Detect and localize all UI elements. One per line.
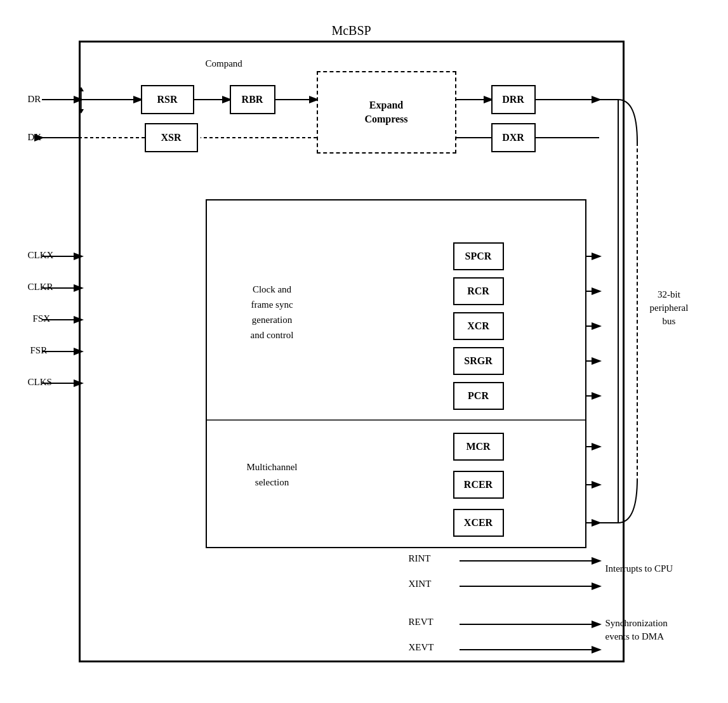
dxr-box: DXR — [491, 123, 536, 152]
clkx-label: CLKX — [28, 250, 54, 261]
mcbsp-diagram: McBSP — [28, 15, 701, 688]
compand-label: Compand — [206, 58, 242, 69]
fsx-label: FSX — [33, 313, 51, 324]
xsr-box: XSR — [145, 123, 198, 152]
xcr-box: XCR — [453, 312, 504, 340]
sync-label: Synchronizationevents to DMA — [606, 617, 729, 643]
compand-box: Expand Compress — [317, 71, 456, 154]
multichannel-section-label: Multichannelselection — [215, 459, 329, 490]
expand-label: Expand — [369, 100, 403, 111]
clkr-label: CLKR — [28, 282, 53, 292]
xcer-box: XCER — [453, 509, 504, 537]
xint-label: XINT — [409, 579, 432, 589]
rcr-box: RCR — [453, 277, 504, 305]
mcr-box: MCR — [453, 433, 504, 461]
clks-label: CLKS — [28, 377, 52, 388]
rbr-box: RBR — [230, 85, 275, 114]
dr-label: DR — [28, 94, 41, 105]
rsr-box: RSR — [141, 85, 194, 114]
control-outer-box — [206, 199, 586, 548]
revt-label: REVT — [409, 617, 433, 627]
interrupts-label: Interrupts to CPU — [606, 563, 673, 574]
drr-box: DRR — [491, 85, 536, 114]
mcbsp-title: McBSP — [331, 23, 371, 38]
rcer-box: RCER — [453, 471, 504, 499]
rint-label: RINT — [409, 553, 431, 564]
clock-section-label: Clock andframe syncgenerationand control — [215, 282, 329, 343]
compress-label: Compress — [364, 114, 407, 125]
spcr-box: SPCR — [453, 242, 504, 270]
dx-label: DX — [28, 132, 42, 143]
srgr-box: SRGR — [453, 347, 504, 375]
fsr-label: FSR — [30, 345, 48, 356]
pcr-box: PCR — [453, 382, 504, 410]
xevt-label: XEVT — [409, 642, 434, 653]
bus-label: 32-bitperipheralbus — [650, 288, 689, 328]
